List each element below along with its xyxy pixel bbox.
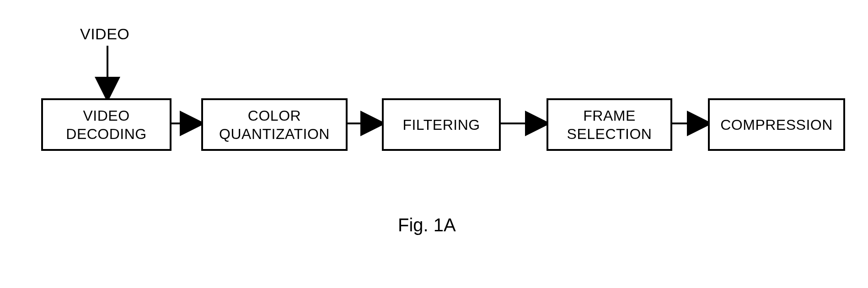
block-frame-selection-label: FRAME SELECTION bbox=[567, 107, 652, 143]
arrow-2-3 bbox=[348, 119, 382, 128]
figure-caption: Fig. 1A bbox=[398, 215, 456, 235]
block-compression: COMPRESSION bbox=[708, 98, 845, 151]
arrow-1-2 bbox=[171, 119, 201, 128]
block-compression-label: COMPRESSION bbox=[720, 116, 833, 134]
arrow-4-5 bbox=[672, 119, 708, 128]
arrow-input bbox=[103, 46, 112, 98]
input-label: VIDEO bbox=[80, 25, 129, 43]
block-filtering-label: FILTERING bbox=[402, 116, 480, 134]
block-color-quantization: COLOR QUANTIZATION bbox=[201, 98, 348, 151]
block-video-decoding-label: VIDEO DECODING bbox=[66, 107, 146, 143]
block-color-quantization-label: COLOR QUANTIZATION bbox=[219, 107, 330, 143]
block-video-decoding: VIDEO DECODING bbox=[41, 98, 171, 151]
figure-caption-text: Fig. 1A bbox=[398, 215, 456, 235]
block-frame-selection: FRAME SELECTION bbox=[547, 98, 672, 151]
input-label-text: VIDEO bbox=[80, 25, 129, 43]
diagram-canvas: VIDEO VIDEO DECODING COLOR QUANTIZATION bbox=[0, 0, 868, 288]
block-filtering: FILTERING bbox=[382, 98, 501, 151]
arrow-3-4 bbox=[501, 119, 547, 128]
